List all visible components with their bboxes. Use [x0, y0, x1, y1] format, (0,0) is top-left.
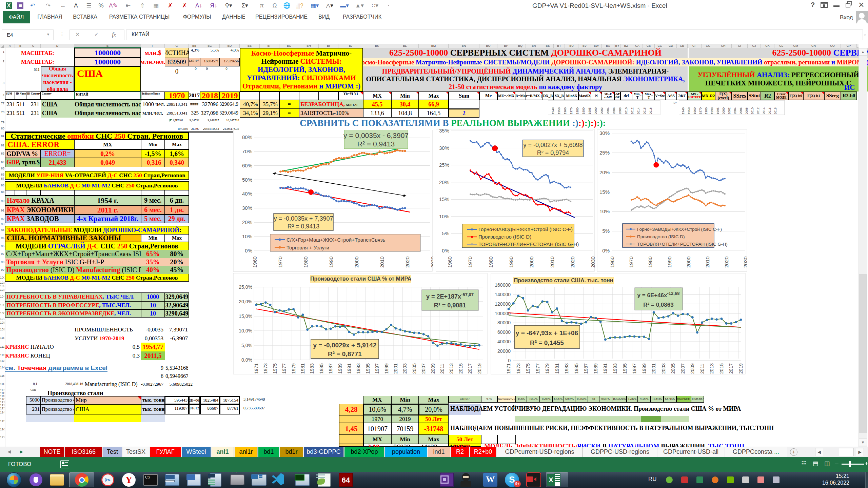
svg-text:2000: 2000 — [354, 257, 359, 268]
svg-text:2003: 2003 — [402, 363, 408, 374]
svg-text:2007: 2007 — [680, 363, 686, 374]
svg-text:ТОРОВЛЯ+ОТЕЛИ+РЕСТОРАН (ISIC G: ТОРОВЛЯ+ОТЕЛИ+РЕСТОРАН (ISIC G-H) — [637, 242, 728, 247]
svg-text:25%: 25% — [599, 150, 610, 156]
svg-text:20%: 20% — [242, 219, 252, 225]
svg-text:2020: 2020 — [724, 257, 729, 268]
svg-text:70%: 70% — [242, 148, 252, 154]
svg-text:2020: 2020 — [570, 257, 575, 268]
svg-text:2012: 2012 — [631, 107, 634, 114]
svg-text:1995: 1995 — [716, 107, 719, 114]
svg-text:5%: 5% — [442, 230, 449, 236]
svg-text:1971: 1971 — [254, 363, 259, 374]
svg-text:10%: 10% — [242, 233, 252, 239]
svg-text:1983: 1983 — [309, 363, 315, 374]
svg-text:1985: 1985 — [574, 363, 579, 374]
svg-text:2020: 2020 — [405, 257, 410, 268]
svg-text:2003: 2003 — [661, 363, 666, 374]
svg-text:2005: 2005 — [412, 363, 417, 374]
svg-text:Горно+ЗАВОДЫ+ЖКХ+Строй (ISIC C: Горно+ЗАВОДЫ+ЖКХ+Строй (ISIC C-F) — [478, 226, 573, 232]
svg-text:15%: 15% — [439, 196, 449, 202]
svg-text:1990: 1990 — [328, 257, 334, 268]
svg-text:1999: 1999 — [642, 363, 647, 374]
svg-text:1979: 1979 — [291, 363, 296, 374]
svg-text:2004: 2004 — [733, 107, 737, 114]
svg-text:2008: 2008 — [745, 107, 748, 114]
svg-text:2017: 2017 — [467, 363, 473, 374]
svg-text:R² = 0,9081: R² = 0,9081 — [434, 302, 466, 309]
svg-text:Торговля + Услуги: Торговля + Услуги — [287, 245, 329, 250]
svg-text:1985: 1985 — [319, 363, 324, 374]
svg-text:40000: 40000 — [497, 339, 511, 344]
svg-text:1983: 1983 — [564, 363, 569, 374]
svg-text:2017: 2017 — [728, 363, 734, 374]
svg-text:1989: 1989 — [593, 363, 598, 374]
svg-text:1973: 1973 — [516, 363, 521, 374]
svg-text:1993: 1993 — [356, 363, 361, 374]
svg-text:y = -0,0027x + 5,6098: y = -0,0027x + 5,6098 — [523, 142, 583, 148]
svg-text:100000: 100000 — [495, 311, 511, 316]
svg-text:5,0%: 5,0% — [241, 343, 252, 348]
svg-text:0%: 0% — [442, 248, 449, 253]
svg-text:1973: 1973 — [263, 363, 268, 374]
svg-text:2014: 2014 — [762, 107, 766, 114]
svg-text:2011: 2011 — [699, 364, 705, 374]
svg-text:Производство (ISIC D): Производство (ISIC D) — [478, 234, 531, 240]
svg-text:R² = 0,1455: R² = 0,1455 — [530, 339, 564, 346]
svg-text:1991: 1991 — [347, 363, 352, 374]
svg-text:R² = 0,9794: R² = 0,9794 — [537, 149, 569, 156]
svg-text:2006: 2006 — [612, 107, 616, 114]
svg-text:2000: 2000 — [722, 107, 725, 114]
svg-text:1980: 1980 — [576, 107, 579, 114]
svg-text:1987: 1987 — [328, 363, 333, 374]
svg-text:1960: 1960 — [252, 257, 258, 268]
svg-text:2001: 2001 — [651, 363, 656, 374]
svg-text:2014: 2014 — [637, 107, 640, 114]
svg-text:160000: 160000 — [495, 282, 511, 288]
svg-text:2030: 2030 — [743, 257, 747, 268]
svg-text:1993: 1993 — [612, 363, 618, 374]
svg-text:1960: 1960 — [447, 257, 453, 268]
svg-text:2006: 2006 — [739, 107, 743, 114]
svg-text:R² = 0,8771: R² = 0,8771 — [328, 350, 362, 358]
svg-text:60000: 60000 — [497, 329, 511, 335]
svg-text:15,0%: 15,0% — [239, 313, 252, 319]
svg-text:1975: 1975 — [525, 363, 531, 374]
svg-text:2015: 2015 — [458, 363, 463, 374]
svg-text:2000: 2000 — [686, 257, 691, 268]
svg-text:80000: 80000 — [497, 320, 511, 325]
svg-text:2030: 2030 — [430, 257, 433, 268]
svg-text:1995: 1995 — [622, 363, 628, 374]
svg-text:1970: 1970 — [628, 257, 634, 268]
svg-text:10%: 10% — [599, 208, 610, 214]
svg-text:120000: 120000 — [495, 301, 511, 307]
svg-text:20,0%: 20,0% — [239, 299, 252, 304]
svg-text:20%: 20% — [439, 179, 449, 185]
svg-text:2005: 2005 — [670, 363, 676, 374]
svg-text:1971: 1971 — [506, 363, 511, 374]
svg-text:1960: 1960 — [609, 257, 615, 268]
svg-text:2019: 2019 — [477, 363, 482, 374]
svg-text:10,0%: 10,0% — [239, 328, 252, 333]
svg-text:1977: 1977 — [535, 363, 540, 374]
svg-text:20000: 20000 — [497, 348, 511, 354]
svg-text:1970: 1970 — [467, 257, 473, 268]
svg-text:0%: 0% — [602, 248, 610, 253]
svg-text:1970: 1970 — [699, 107, 702, 114]
svg-text:2004: 2004 — [606, 107, 610, 114]
svg-text:1977: 1977 — [281, 363, 287, 374]
svg-text:30%: 30% — [599, 130, 610, 136]
svg-text:2018: 2018 — [649, 107, 652, 114]
svg-text:1975: 1975 — [272, 363, 278, 374]
svg-text:35%: 35% — [439, 129, 449, 134]
svg-text:R² = 0,9413: R² = 0,9413 — [357, 140, 395, 148]
svg-text:25,0%: 25,0% — [239, 284, 252, 290]
svg-text:1995: 1995 — [588, 107, 591, 114]
svg-text:1970: 1970 — [570, 107, 573, 114]
svg-text:Производство (ISIC D): Производство (ISIC D) — [637, 234, 685, 239]
svg-text:10%: 10% — [439, 214, 449, 219]
svg-text:2008: 2008 — [618, 107, 622, 114]
svg-text:1979: 1979 — [545, 363, 550, 374]
svg-text:30%: 30% — [242, 205, 252, 211]
svg-text:2016: 2016 — [768, 107, 771, 114]
svg-text:1991: 1991 — [603, 363, 608, 374]
